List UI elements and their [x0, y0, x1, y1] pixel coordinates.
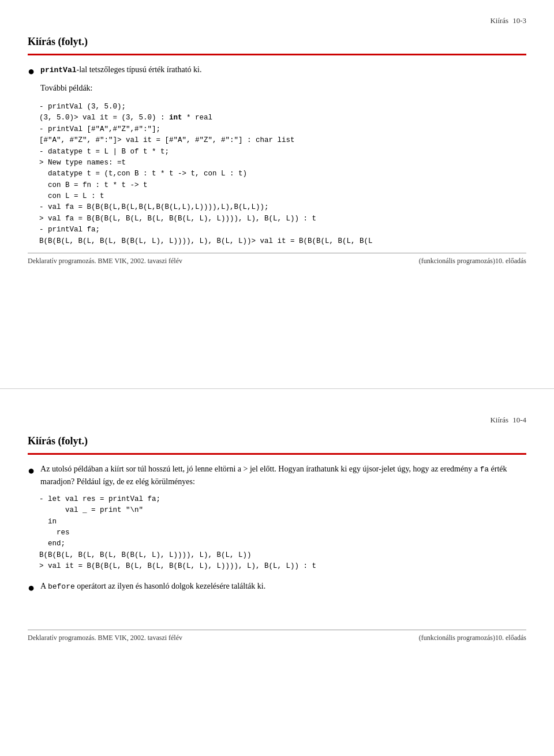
footer-left-2: Deklaratív programozás. BME VIK, 2002. t… [28, 634, 182, 642]
bullet-1-text: printVal-lal tetszőleges típusú érték ír… [40, 63, 201, 76]
bullet-p2-2: ● A before operátort az ilyen és hasonló… [28, 580, 526, 595]
bullet-dot-p2-1: ● [28, 463, 35, 478]
red-divider-1 [28, 54, 526, 55]
bullet-2: ● További példák: [28, 82, 526, 97]
bullet-p2-2-text: A before operátort az ilyen és hasonló d… [40, 580, 265, 593]
page-divider [0, 388, 554, 389]
section-title-1: Kiírás (folyt.) [28, 36, 526, 48]
footer-left-1: Deklaratív programozás. BME VIK, 2002. t… [28, 257, 182, 265]
page-number-1: 10-3 [512, 16, 526, 25]
page-header-1: Kiírás 10-3 [28, 16, 526, 25]
page-header-2: Kiírás 10-4 [28, 416, 526, 425]
page-2: Kiírás 10-4 Kiírás (folyt.) ● Az utolsó … [0, 399, 554, 756]
page-1: Kiírás 10-3 Kiírás (folyt.) ● printVal-l… [0, 0, 554, 378]
red-divider-2 [28, 453, 526, 455]
bullet-dot-1: ● [28, 63, 35, 78]
page-header-label-2: Kiírás [490, 416, 508, 425]
page-footer-2: Deklaratív programozás. BME VIK, 2002. t… [28, 630, 526, 642]
fa-code-inline: fa [480, 465, 489, 474]
code-block-2: - let val res = printVal fa; val _ = pri… [39, 494, 526, 572]
code-block-1: - printVal (3, 5.0); (3, 5.0)> val it = … [39, 102, 526, 247]
bullet-1: ● printVal-lal tetszőleges típusú érték … [28, 63, 526, 78]
page-header-label-1: Kiírás [490, 16, 508, 25]
page-number-2: 10-4 [512, 416, 526, 425]
bullet-1-suffix: -lal tetszőleges típusú érték íratható k… [77, 65, 202, 74]
bullet-p2-1: ● Az utolsó példában a kiírt sor túl hos… [28, 463, 526, 488]
footer-right-2: (funkcionális programozás)10. előadás [419, 634, 526, 642]
section-title-2: Kiírás (folyt.) [28, 435, 526, 447]
bullet-dot-p2-2: ● [28, 580, 35, 595]
bullet-p2-1-text: Az utolsó példában a kiírt sor túl hossz… [40, 463, 526, 488]
page-footer-1: Deklaratív programozás. BME VIK, 2002. t… [28, 253, 526, 265]
printval-bold: printVal [40, 66, 76, 74]
bullet-2-label: További példák: [40, 82, 92, 95]
footer-right-1: (funkcionális programozás)10. előadás [419, 257, 526, 265]
before-code-inline: before [48, 582, 75, 591]
